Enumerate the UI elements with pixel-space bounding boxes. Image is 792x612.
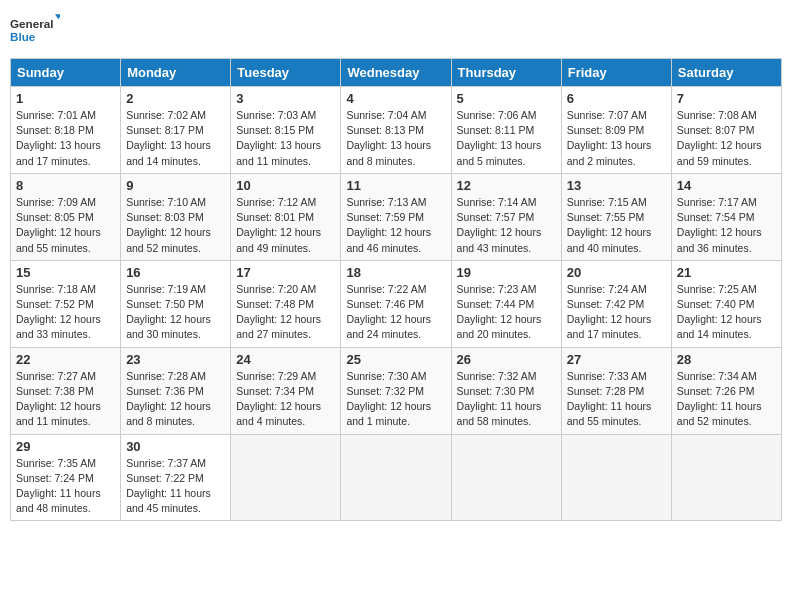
- cell-info: Sunrise: 7:02 AMSunset: 8:17 PMDaylight:…: [126, 108, 225, 169]
- day-number: 2: [126, 91, 225, 106]
- calendar-table: SundayMondayTuesdayWednesdayThursdayFrid…: [10, 58, 782, 521]
- day-number: 15: [16, 265, 115, 280]
- cell-info: Sunrise: 7:09 AMSunset: 8:05 PMDaylight:…: [16, 195, 115, 256]
- cell-info: Sunrise: 7:30 AMSunset: 7:32 PMDaylight:…: [346, 369, 445, 430]
- day-number: 28: [677, 352, 776, 367]
- calendar-cell: 7Sunrise: 7:08 AMSunset: 8:07 PMDaylight…: [671, 87, 781, 174]
- day-number: 18: [346, 265, 445, 280]
- day-number: 8: [16, 178, 115, 193]
- calendar-cell: 6Sunrise: 7:07 AMSunset: 8:09 PMDaylight…: [561, 87, 671, 174]
- cell-info: Sunrise: 7:29 AMSunset: 7:34 PMDaylight:…: [236, 369, 335, 430]
- day-number: 10: [236, 178, 335, 193]
- day-number: 25: [346, 352, 445, 367]
- col-header-sunday: Sunday: [11, 59, 121, 87]
- day-number: 9: [126, 178, 225, 193]
- day-number: 14: [677, 178, 776, 193]
- calendar-cell: 16Sunrise: 7:19 AMSunset: 7:50 PMDayligh…: [121, 260, 231, 347]
- cell-info: Sunrise: 7:27 AMSunset: 7:38 PMDaylight:…: [16, 369, 115, 430]
- day-number: 24: [236, 352, 335, 367]
- day-number: 7: [677, 91, 776, 106]
- day-number: 23: [126, 352, 225, 367]
- calendar-cell: 1Sunrise: 7:01 AMSunset: 8:18 PMDaylight…: [11, 87, 121, 174]
- calendar-cell: 26Sunrise: 7:32 AMSunset: 7:30 PMDayligh…: [451, 347, 561, 434]
- week-row-5: 29Sunrise: 7:35 AMSunset: 7:24 PMDayligh…: [11, 434, 782, 521]
- header-row: SundayMondayTuesdayWednesdayThursdayFrid…: [11, 59, 782, 87]
- cell-info: Sunrise: 7:03 AMSunset: 8:15 PMDaylight:…: [236, 108, 335, 169]
- calendar-cell: 17Sunrise: 7:20 AMSunset: 7:48 PMDayligh…: [231, 260, 341, 347]
- calendar-cell: 5Sunrise: 7:06 AMSunset: 8:11 PMDaylight…: [451, 87, 561, 174]
- calendar-cell: [231, 434, 341, 521]
- calendar-cell: 2Sunrise: 7:02 AMSunset: 8:17 PMDaylight…: [121, 87, 231, 174]
- calendar-cell: 12Sunrise: 7:14 AMSunset: 7:57 PMDayligh…: [451, 173, 561, 260]
- cell-info: Sunrise: 7:17 AMSunset: 7:54 PMDaylight:…: [677, 195, 776, 256]
- cell-info: Sunrise: 7:13 AMSunset: 7:59 PMDaylight:…: [346, 195, 445, 256]
- cell-info: Sunrise: 7:32 AMSunset: 7:30 PMDaylight:…: [457, 369, 556, 430]
- cell-info: Sunrise: 7:08 AMSunset: 8:07 PMDaylight:…: [677, 108, 776, 169]
- svg-text:General: General: [10, 17, 53, 30]
- calendar-cell: 18Sunrise: 7:22 AMSunset: 7:46 PMDayligh…: [341, 260, 451, 347]
- logo: General Blue: [10, 10, 60, 50]
- calendar-cell: 22Sunrise: 7:27 AMSunset: 7:38 PMDayligh…: [11, 347, 121, 434]
- calendar-cell: [451, 434, 561, 521]
- day-number: 29: [16, 439, 115, 454]
- cell-info: Sunrise: 7:04 AMSunset: 8:13 PMDaylight:…: [346, 108, 445, 169]
- calendar-cell: 24Sunrise: 7:29 AMSunset: 7:34 PMDayligh…: [231, 347, 341, 434]
- calendar-cell: 21Sunrise: 7:25 AMSunset: 7:40 PMDayligh…: [671, 260, 781, 347]
- col-header-tuesday: Tuesday: [231, 59, 341, 87]
- calendar-cell: 10Sunrise: 7:12 AMSunset: 8:01 PMDayligh…: [231, 173, 341, 260]
- col-header-friday: Friday: [561, 59, 671, 87]
- calendar-cell: [671, 434, 781, 521]
- cell-info: Sunrise: 7:19 AMSunset: 7:50 PMDaylight:…: [126, 282, 225, 343]
- calendar-cell: 14Sunrise: 7:17 AMSunset: 7:54 PMDayligh…: [671, 173, 781, 260]
- cell-info: Sunrise: 7:34 AMSunset: 7:26 PMDaylight:…: [677, 369, 776, 430]
- calendar-cell: 23Sunrise: 7:28 AMSunset: 7:36 PMDayligh…: [121, 347, 231, 434]
- svg-marker-2: [55, 14, 60, 19]
- day-number: 11: [346, 178, 445, 193]
- day-number: 4: [346, 91, 445, 106]
- calendar-cell: 13Sunrise: 7:15 AMSunset: 7:55 PMDayligh…: [561, 173, 671, 260]
- calendar-cell: [341, 434, 451, 521]
- calendar-cell: 29Sunrise: 7:35 AMSunset: 7:24 PMDayligh…: [11, 434, 121, 521]
- calendar-cell: 9Sunrise: 7:10 AMSunset: 8:03 PMDaylight…: [121, 173, 231, 260]
- page-header: General Blue: [10, 10, 782, 50]
- cell-info: Sunrise: 7:07 AMSunset: 8:09 PMDaylight:…: [567, 108, 666, 169]
- cell-info: Sunrise: 7:25 AMSunset: 7:40 PMDaylight:…: [677, 282, 776, 343]
- day-number: 5: [457, 91, 556, 106]
- cell-info: Sunrise: 7:28 AMSunset: 7:36 PMDaylight:…: [126, 369, 225, 430]
- week-row-4: 22Sunrise: 7:27 AMSunset: 7:38 PMDayligh…: [11, 347, 782, 434]
- cell-info: Sunrise: 7:18 AMSunset: 7:52 PMDaylight:…: [16, 282, 115, 343]
- calendar-cell: 30Sunrise: 7:37 AMSunset: 7:22 PMDayligh…: [121, 434, 231, 521]
- col-header-wednesday: Wednesday: [341, 59, 451, 87]
- calendar-cell: 11Sunrise: 7:13 AMSunset: 7:59 PMDayligh…: [341, 173, 451, 260]
- week-row-2: 8Sunrise: 7:09 AMSunset: 8:05 PMDaylight…: [11, 173, 782, 260]
- calendar-cell: 15Sunrise: 7:18 AMSunset: 7:52 PMDayligh…: [11, 260, 121, 347]
- cell-info: Sunrise: 7:12 AMSunset: 8:01 PMDaylight:…: [236, 195, 335, 256]
- calendar-cell: 20Sunrise: 7:24 AMSunset: 7:42 PMDayligh…: [561, 260, 671, 347]
- calendar-cell: 3Sunrise: 7:03 AMSunset: 8:15 PMDaylight…: [231, 87, 341, 174]
- day-number: 16: [126, 265, 225, 280]
- day-number: 19: [457, 265, 556, 280]
- cell-info: Sunrise: 7:23 AMSunset: 7:44 PMDaylight:…: [457, 282, 556, 343]
- day-number: 12: [457, 178, 556, 193]
- day-number: 3: [236, 91, 335, 106]
- col-header-monday: Monday: [121, 59, 231, 87]
- day-number: 26: [457, 352, 556, 367]
- day-number: 1: [16, 91, 115, 106]
- cell-info: Sunrise: 7:14 AMSunset: 7:57 PMDaylight:…: [457, 195, 556, 256]
- day-number: 22: [16, 352, 115, 367]
- calendar-cell: 8Sunrise: 7:09 AMSunset: 8:05 PMDaylight…: [11, 173, 121, 260]
- day-number: 13: [567, 178, 666, 193]
- day-number: 27: [567, 352, 666, 367]
- calendar-cell: [561, 434, 671, 521]
- cell-info: Sunrise: 7:10 AMSunset: 8:03 PMDaylight:…: [126, 195, 225, 256]
- calendar-cell: 28Sunrise: 7:34 AMSunset: 7:26 PMDayligh…: [671, 347, 781, 434]
- col-header-thursday: Thursday: [451, 59, 561, 87]
- calendar-cell: 25Sunrise: 7:30 AMSunset: 7:32 PMDayligh…: [341, 347, 451, 434]
- cell-info: Sunrise: 7:33 AMSunset: 7:28 PMDaylight:…: [567, 369, 666, 430]
- day-number: 30: [126, 439, 225, 454]
- cell-info: Sunrise: 7:24 AMSunset: 7:42 PMDaylight:…: [567, 282, 666, 343]
- logo-svg: General Blue: [10, 10, 60, 50]
- calendar-cell: 19Sunrise: 7:23 AMSunset: 7:44 PMDayligh…: [451, 260, 561, 347]
- cell-info: Sunrise: 7:15 AMSunset: 7:55 PMDaylight:…: [567, 195, 666, 256]
- cell-info: Sunrise: 7:06 AMSunset: 8:11 PMDaylight:…: [457, 108, 556, 169]
